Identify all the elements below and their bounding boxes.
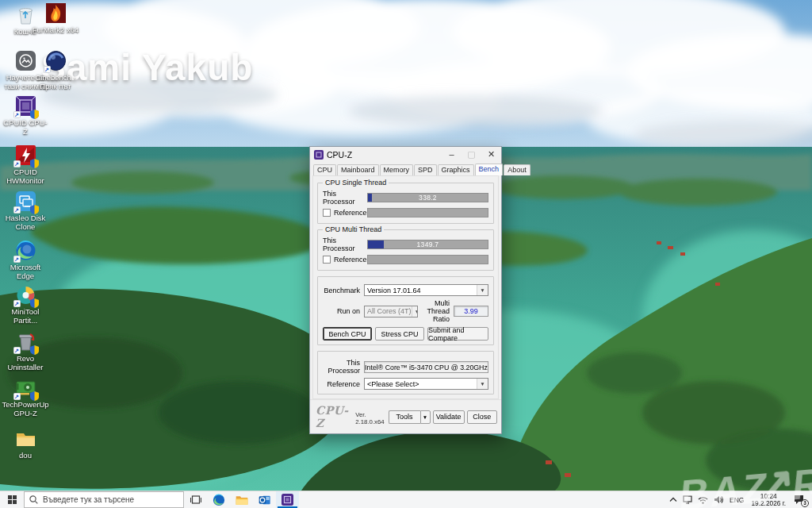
maximize-button: ▢ bbox=[462, 147, 481, 162]
this-processor-label: This Processor bbox=[323, 359, 364, 375]
language-indicator[interactable]: ENG bbox=[730, 496, 744, 504]
cpuz-icon bbox=[282, 494, 293, 506]
tools-dropdown-arrow[interactable]: ▼ bbox=[420, 410, 431, 424]
windows-logo-icon bbox=[8, 495, 17, 504]
close-button-footer[interactable]: Close bbox=[467, 410, 497, 424]
chevron-down-icon: ▼ bbox=[477, 285, 488, 295]
desktop-icon-revo[interactable]: ↗ Revo Uninstaller bbox=[2, 331, 49, 371]
desktop: Sami Yakub Кошче FurMark2 x64 Научете за… bbox=[0, 0, 812, 508]
hasleo-disk-clone-icon: ↗ bbox=[15, 190, 36, 212]
clock-date: 19.2.2026 г. bbox=[751, 500, 786, 507]
system-tray: ENG 10:24 19.2.2026 г. 3 bbox=[669, 491, 812, 508]
desktop-icon-cpuid-cpuz[interactable]: ↗ CPUID CPU-Z bbox=[2, 95, 49, 136]
search-input[interactable] bbox=[43, 495, 170, 504]
cpu-multi-thread-group: CPU Multi Thread This Processor 1349.7 R… bbox=[317, 229, 494, 271]
tab-about[interactable]: About bbox=[504, 164, 530, 175]
desktop-icon-furmark[interactable]: FurMark2 x64 bbox=[32, 2, 79, 34]
shortcut-arrow-icon: ↗ bbox=[13, 256, 21, 263]
reference-processor-select[interactable]: <Please Select> ▼ bbox=[364, 378, 488, 390]
benchmark-settings-group: Benchmark Version 17.01.64 ▼ Run on All … bbox=[317, 276, 494, 345]
cinebench-icon: ↗ bbox=[45, 50, 67, 71]
stress-cpu-button[interactable]: Stress CPU bbox=[375, 327, 424, 341]
icon-label: Hasleo Disk Clone bbox=[2, 214, 49, 231]
validate-button[interactable]: Validate bbox=[433, 410, 465, 424]
chevron-down-icon: ▼ bbox=[477, 379, 488, 389]
this-processor-label: This Processor bbox=[323, 237, 367, 252]
desktop-icon-dou-folder[interactable]: dou bbox=[2, 428, 49, 460]
taskbar-search[interactable] bbox=[24, 491, 184, 508]
icon-label: TechPowerUp GPU-Z bbox=[2, 400, 49, 418]
tab-graphics[interactable]: Graphics bbox=[438, 164, 474, 175]
bench-cpu-button[interactable]: Bench CPU bbox=[323, 327, 372, 341]
desktop-icon-gpuz[interactable]: ↗ TechPowerUp GPU-Z bbox=[2, 377, 49, 418]
icon-label: CPUID HWMonitor bbox=[2, 167, 49, 185]
group-title: CPU Single Thread bbox=[323, 179, 389, 187]
reference-label: Reference bbox=[334, 256, 367, 264]
reference-checkbox[interactable] bbox=[323, 209, 331, 217]
taskbar-file-explorer-button[interactable] bbox=[230, 491, 253, 508]
tray-display-icon[interactable] bbox=[683, 495, 692, 504]
folder-icon bbox=[15, 428, 36, 449]
icon-label: MiniTool Partit... bbox=[2, 307, 49, 325]
tools-split-button[interactable]: Tools ▼ bbox=[389, 410, 431, 424]
revo-uninstaller-icon: ↗ bbox=[15, 331, 36, 352]
tray-chevron-up-icon[interactable] bbox=[669, 497, 677, 502]
benchmark-label: Benchmark bbox=[323, 287, 364, 294]
multi-thread-ratio-label: Multi Thread Ratio bbox=[418, 299, 454, 323]
shortcut-arrow-icon: ↗ bbox=[13, 393, 21, 400]
desktop-icon-edge[interactable]: ↗ Microsoft Edge bbox=[2, 240, 49, 280]
tab-bench[interactable]: Bench bbox=[475, 164, 504, 175]
desktop-icon-cinebench[interactable]: ↗ Cinebench - Пряк път bbox=[32, 50, 79, 90]
edge-icon bbox=[213, 494, 225, 506]
title-bar[interactable]: CPU-Z – ▢ ✕ bbox=[310, 147, 501, 162]
chevron-down-icon: ▼ bbox=[412, 306, 418, 317]
tab-mainboard[interactable]: Mainboard bbox=[337, 164, 379, 175]
search-icon bbox=[29, 495, 38, 504]
taskbar-cpuz-button[interactable] bbox=[276, 491, 299, 508]
file-explorer-icon bbox=[236, 495, 248, 506]
taskbar-clock[interactable]: 10:24 19.2.2026 г. bbox=[749, 493, 787, 507]
desktop-icon-hasleo[interactable]: ↗ Hasleo Disk Clone bbox=[2, 190, 49, 231]
run-on-label: Run on bbox=[323, 307, 364, 315]
taskbar-edge-button[interactable] bbox=[207, 491, 230, 508]
taskbar: ENG 10:24 19.2.2026 г. 3 bbox=[0, 491, 812, 508]
single-reference-bar bbox=[367, 208, 488, 217]
gpuz-icon: ↗ bbox=[15, 377, 36, 398]
outlook-icon bbox=[259, 494, 271, 506]
tray-network-icon[interactable] bbox=[698, 496, 708, 504]
desktop-icon-hwmonitor[interactable]: ↗ CPUID HWMonitor bbox=[2, 144, 49, 185]
bench-tab-content: CPU Single Thread This Processor 338.2 R… bbox=[312, 175, 499, 399]
tools-button[interactable]: Tools bbox=[389, 410, 420, 424]
cpu-single-thread-group: CPU Single Thread This Processor 338.2 R… bbox=[317, 183, 494, 224]
multi-thread-score-bar: 1349.7 bbox=[367, 240, 488, 249]
desktop-icon-minitool[interactable]: ↗ MiniTool Partit... bbox=[2, 284, 49, 325]
furmark-icon bbox=[45, 2, 67, 24]
shortcut-arrow-icon: ↗ bbox=[13, 111, 21, 118]
task-view-button[interactable] bbox=[184, 491, 207, 508]
edge-icon: ↗ bbox=[15, 240, 36, 261]
shortcut-arrow-icon: ↗ bbox=[13, 347, 21, 354]
submit-and-compare-button[interactable]: Submit and Compare bbox=[427, 327, 488, 341]
tab-cpu[interactable]: CPU bbox=[313, 164, 336, 175]
icon-label: dou bbox=[2, 451, 49, 460]
benchmark-version-select[interactable]: Version 17.01.64 ▼ bbox=[364, 284, 488, 296]
start-button[interactable] bbox=[0, 491, 24, 508]
icon-label: FurMark2 x64 bbox=[32, 25, 79, 34]
minimize-button[interactable]: – bbox=[442, 147, 462, 162]
taskbar-outlook-button[interactable] bbox=[253, 491, 276, 508]
cpuz-logo: CPU-Z bbox=[316, 404, 351, 429]
tab-spd[interactable]: SPD bbox=[414, 164, 437, 175]
multi-thread-ratio-value: 3.99 bbox=[454, 306, 488, 317]
notification-center-button[interactable]: 3 bbox=[793, 494, 807, 506]
tab-memory[interactable]: Memory bbox=[380, 164, 414, 175]
cpuz-icon: ↗ bbox=[15, 95, 36, 117]
group-title: CPU Multi Thread bbox=[323, 225, 384, 233]
icon-label: Microsoft Edge bbox=[2, 263, 49, 280]
reference-label: Reference bbox=[334, 209, 367, 217]
tray-volume-icon[interactable] bbox=[714, 495, 724, 504]
uac-shield-icon bbox=[30, 298, 39, 308]
reference-checkbox[interactable] bbox=[323, 256, 331, 264]
uac-shield-icon bbox=[30, 345, 39, 355]
processor-name-value: Intel® Core™ i5-3470 CPU @ 3.20GHz bbox=[364, 361, 488, 373]
close-button[interactable]: ✕ bbox=[481, 147, 501, 162]
